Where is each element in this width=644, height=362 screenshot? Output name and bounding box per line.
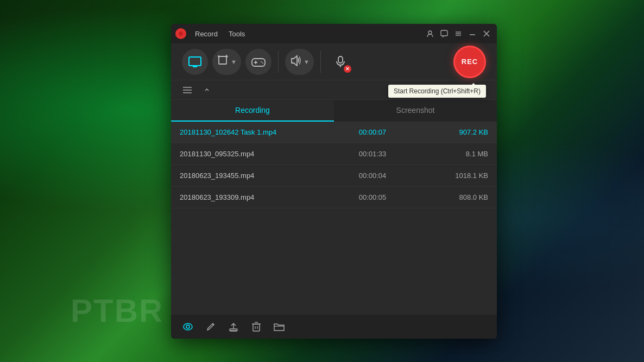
menu-bar: Record Tools <box>191 29 249 39</box>
file-duration: 00:00:05 <box>334 193 411 201</box>
divider-2 <box>320 51 321 73</box>
table-row[interactable]: 20181130_095325.mp4 00:01:33 8.1 MB <box>171 143 497 165</box>
svg-rect-11 <box>219 56 226 64</box>
table-row[interactable]: 20180623_193455.mp4 00:00:04 1018.1 KB <box>171 165 497 187</box>
tab-recording[interactable]: Recording <box>171 100 334 122</box>
chat-icon[interactable] <box>438 28 450 40</box>
mic-disabled-badge: ✕ <box>344 65 351 73</box>
file-name: 20180623_193309.mp4 <box>180 193 334 201</box>
main-toolbar: ▼ ▼ <box>171 43 497 80</box>
svg-point-17 <box>261 61 262 62</box>
bottom-bar <box>171 315 497 339</box>
file-list[interactable]: 20181130_102642 Task 1.mp4 00:00:07 907.… <box>171 122 497 315</box>
close-icon[interactable] <box>481 28 493 40</box>
svg-rect-32 <box>253 324 260 331</box>
title-bar: Record Tools <box>171 24 497 43</box>
speaker-dropdown-arrow[interactable]: ▼ <box>304 59 310 65</box>
file-size: 8.1 MB <box>411 150 488 158</box>
titlebar-actions <box>424 28 493 40</box>
rec-tooltip: Start Recording (Ctrl+Shift+R) <box>388 85 486 98</box>
file-duration: 00:00:07 <box>334 128 411 136</box>
table-row[interactable]: 20181130_102642 Task 1.mp4 00:00:07 907.… <box>171 122 497 143</box>
svg-point-29 <box>186 325 190 328</box>
screen-mode-button[interactable] <box>182 49 208 75</box>
speaker-icon <box>289 54 301 69</box>
upload-button[interactable] <box>225 319 242 335</box>
tabs: Recording Screenshot <box>171 100 497 122</box>
menu-record[interactable]: Record <box>191 29 222 39</box>
user-icon[interactable] <box>424 28 436 40</box>
file-name: 20180623_193455.mp4 <box>180 172 334 180</box>
crop-icon <box>217 54 229 69</box>
hamburger-icon[interactable] <box>452 28 464 40</box>
file-size: 808.0 KB <box>411 193 488 201</box>
svg-point-28 <box>184 323 192 330</box>
svg-point-18 <box>262 62 263 63</box>
crop-dropdown-arrow[interactable]: ▼ <box>231 59 237 65</box>
file-size: 907.2 KB <box>411 128 488 136</box>
table-row[interactable]: 20180623_193309.mp4 00:00:05 808.0 KB <box>171 187 497 208</box>
speaker-group[interactable]: ▼ <box>285 49 314 75</box>
game-mode-button[interactable] <box>245 49 272 75</box>
svg-rect-31 <box>230 329 237 331</box>
svg-rect-19 <box>338 56 343 63</box>
svg-rect-8 <box>189 57 201 66</box>
rec-button-container: REC Start Recording (Ctrl+Shift+R) <box>453 46 486 78</box>
app-logo <box>175 28 186 39</box>
open-folder-button[interactable] <box>271 319 287 335</box>
file-name: 20181130_102642 Task 1.mp4 <box>180 128 334 136</box>
app-window: Record Tools <box>171 24 497 339</box>
list-view-button[interactable] <box>180 82 195 98</box>
file-size: 1018.1 KB <box>411 172 488 180</box>
rec-button[interactable]: REC <box>453 46 486 78</box>
file-name: 20181130_095325.mp4 <box>180 150 334 158</box>
edit-button[interactable] <box>203 319 219 335</box>
svg-point-0 <box>428 31 432 34</box>
menu-tools[interactable]: Tools <box>224 29 249 39</box>
mic-group[interactable]: ✕ <box>327 49 353 75</box>
delete-button[interactable] <box>248 319 264 335</box>
crop-mode-group[interactable]: ▼ <box>212 49 241 75</box>
tab-screenshot[interactable]: Screenshot <box>334 100 497 122</box>
file-duration: 00:01:33 <box>334 150 411 158</box>
svg-rect-1 <box>441 30 447 36</box>
file-duration: 00:00:04 <box>334 172 411 180</box>
svg-rect-14 <box>252 59 265 66</box>
preview-button[interactable] <box>180 319 196 335</box>
divider-1 <box>278 51 279 73</box>
minimize-icon[interactable] <box>466 28 478 40</box>
expand-button[interactable] <box>199 82 214 98</box>
